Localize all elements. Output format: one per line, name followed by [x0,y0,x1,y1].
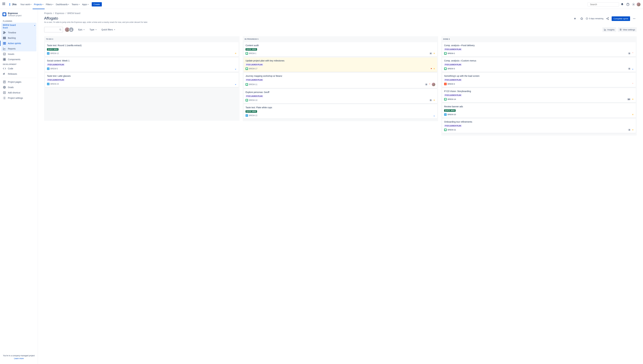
svg-rect-13 [3,58,4,60]
sidebar-item-goals[interactable]: Goals [1,84,36,90]
svg-point-27 [633,18,634,19]
issue-key: BREW-5 [50,68,58,70]
issue-card[interactable]: Something's up with the load screen FY23… [442,73,636,87]
card-title: Review banner ads [444,105,634,108]
label-launch-plan: FY23 LAUNCH PLAN [246,79,263,81]
svg-rect-9 [3,42,4,44]
unassigned-avatar[interactable] [69,27,74,32]
issue-card[interactable]: Review banner ads QUICK WINS BREW-20 [442,103,636,118]
story-points: 10 [627,98,631,100]
filter-quick-filters[interactable]: Quick filters▾ [101,28,116,32]
issue-card[interactable]: Comp. analysis—Custom menus FY23 LAUNCH … [442,58,636,72]
learn-more-link[interactable]: Learn more [2,358,35,360]
card-title: Something's up with the load screen [444,75,634,77]
assignee-filter[interactable] [66,27,74,32]
svg-point-2 [633,4,634,5]
more-icon[interactable] [632,16,637,21]
board-selector[interactable]: BREW board Board ▾ [1,23,36,30]
issue-card[interactable]: Taste test: Latte glasses FY23 LAUNCH PL… [45,73,238,87]
share-icon[interactable] [605,16,610,21]
days-remaining[interactable]: 0 days remaining [586,18,603,20]
issue-card[interactable]: Social content: Week 1 FY23 LAUNCH PLAN … [45,58,238,72]
column-header[interactable]: DONE 6 [441,36,637,42]
issue-card[interactable]: Explore personas: Geoff FY23 LAUNCH PLAN… [244,89,437,103]
issue-card[interactable]: FY23 Vision: Storyboarding FY23 LAUNCH P… [442,88,636,102]
settings-icon[interactable] [631,2,636,7]
breadcrumb-board[interactable]: BREW board [68,12,80,14]
sidebar-item-active-sprints[interactable]: Active sprints [1,41,36,46]
sidebar-item-add-shortcut[interactable]: Add shortcut [1,90,36,95]
sidebar-item-project-settings[interactable]: Project settings [1,95,36,101]
filter-epic[interactable]: Epic▾ [78,28,85,32]
chevron-down-icon: ▾ [96,29,96,30]
automation-icon[interactable] [572,16,578,21]
add-shortcut-icon [3,91,6,94]
flag-icon: ⚑ [430,68,432,70]
breadcrumb-espresso[interactable]: Espresso [55,12,64,14]
issue-card[interactable]: Comp. analysis—Food delivery FY23 LAUNCH… [442,42,636,56]
task-icon [47,83,50,85]
project-settings-icon [3,96,6,100]
issue-card[interactable]: Taste test: Round 1 (vanilla extract) QU… [45,42,238,56]
active-sprints-icon [3,42,6,45]
issue-key: BREW-23 [50,83,59,85]
sidebar-item-reports[interactable]: Reports [1,46,36,51]
sidebar-item-code[interactable]: Code [1,66,36,71]
card-title: Comp. analysis—Food delivery [444,44,634,47]
board-search[interactable] [44,27,63,32]
nav-item-teams[interactable]: Teams▾ [70,2,81,7]
sidebar-item-timeline[interactable]: Timeline [1,30,36,35]
create-button[interactable]: Create [92,2,102,6]
jira-logo[interactable]: Jira [8,3,16,6]
issue-key: BREW-21 [448,129,456,131]
column-header[interactable]: IN PROGRESS 5 [243,36,438,42]
star-icon[interactable] [579,16,584,21]
global-search[interactable] [588,2,619,6]
breadcrumb: Projects / Espresso / BREW board [44,12,637,14]
profile-avatar[interactable] [637,2,640,6]
project-icon [2,12,6,16]
complete-sprint-button[interactable]: Complete sprint [612,16,630,21]
components-icon [3,58,6,61]
svg-rect-8 [3,38,6,39]
sidebar-item-project-pages[interactable]: Project pages [1,79,36,84]
sidebar-item-issues[interactable]: Issues [1,51,36,57]
insights-button[interactable]: Insights [602,27,616,32]
nav-item-dashboards[interactable]: Dashboards▾ [54,2,70,7]
task-icon [47,52,50,55]
svg-point-22 [4,98,5,98]
priority-med-icon [234,52,237,54]
filter-type[interactable]: Type▾ [89,28,97,32]
chevron-down-icon: ▾ [114,29,115,30]
issue-card[interactable]: Journey mapping workshop w/ Beanz FY23 L… [244,73,437,88]
sidebar-item-components[interactable]: Components [1,57,36,62]
app-switcher-icon[interactable] [2,2,6,6]
issue-card[interactable]: Taste test: Flate white cups QUICK WINS … [244,104,437,119]
issue-card[interactable]: Content audit QUICK WINS BREW-1 4 [244,42,437,56]
timeline-icon [3,31,6,34]
svg-rect-4 [4,32,6,33]
issue-key: BREW-14 [448,98,456,100]
story-icon [246,99,248,102]
svg-rect-16 [4,60,6,61]
search-input[interactable] [590,3,618,6]
issue-card[interactable]: Onboarding tour refinements FY23 LAUNCH … [442,119,636,133]
sidebar-item-label: Add shortcut [8,92,20,94]
column-header[interactable]: TO DO 3 [44,36,240,42]
nav-item-apps[interactable]: Apps▾ [81,2,90,7]
view-settings-button[interactable]: View settings [618,27,637,32]
sidebar-item-backlog[interactable]: Backlog [1,35,36,41]
nav-item-your-work[interactable]: Your work▾ [19,2,32,7]
project-header[interactable]: Espresso Software project [1,11,36,19]
nav-item-filters[interactable]: Filters▾ [44,2,54,7]
code-icon [3,67,6,70]
sidebar-item-releases[interactable]: Releases [1,71,36,76]
breadcrumb-projects[interactable]: Projects [44,12,52,14]
notifications-icon[interactable] [620,2,625,7]
nav-item-projects[interactable]: Projects▾ [32,2,44,7]
issue-card[interactable]: Update project plan with key milestones … [244,58,437,72]
search-icon [59,28,62,31]
chevron-down-icon: ▾ [68,4,69,5]
sidebar-item-label: Reports [8,48,16,50]
help-icon[interactable] [625,2,630,7]
